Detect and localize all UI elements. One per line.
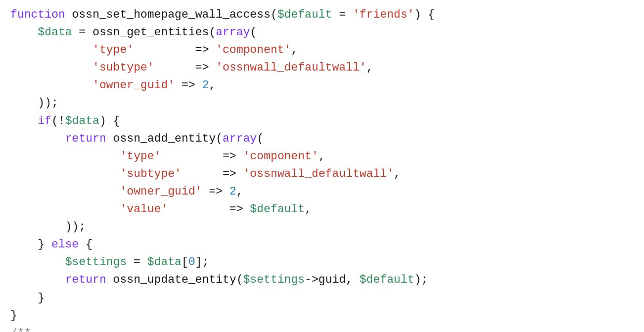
code-token: ,	[394, 165, 400, 183]
code-token: ,	[236, 183, 243, 201]
code-token: array	[216, 24, 250, 42]
code-token	[92, 201, 120, 218]
code-token: (	[209, 24, 216, 42]
code-token: if	[38, 113, 51, 130]
code-token: return	[65, 130, 113, 148]
code-token: 'owner_guid'	[120, 183, 202, 201]
code-token: 'friends'	[353, 6, 414, 24]
code-token: ];	[195, 254, 208, 271]
code-token	[10, 201, 92, 218]
code-token	[10, 289, 38, 307]
code-token: ,	[305, 201, 312, 218]
code-token: (	[250, 24, 257, 42]
code-token: ->guid,	[305, 271, 360, 289]
code-line-line9: 'type' => 'component',	[0, 148, 644, 165]
code-token: function	[10, 6, 72, 24]
code-token: =>	[161, 148, 243, 165]
code-line-line19: /**	[0, 325, 644, 332]
code-token: 'subtype'	[120, 165, 181, 183]
code-line-line4: 'subtype' => 'ossnwall_defaultwall',	[0, 59, 644, 77]
code-line-line8: return ossn_add_entity(array(	[0, 130, 644, 148]
code-token: 'type'	[120, 148, 161, 165]
code-line-line15: $settings = $data[0];	[0, 254, 644, 271]
code-token	[92, 183, 120, 201]
code-token: =>	[154, 59, 216, 77]
code-token: );	[414, 271, 428, 289]
code-line-line7: if(!$data) {	[0, 113, 644, 130]
code-token	[10, 94, 38, 112]
code-token: ) {	[414, 6, 435, 24]
code-token: (!	[51, 113, 65, 130]
code-line-line1: function ossn_set_homepage_wall_access($…	[0, 6, 644, 24]
code-token: =>	[202, 183, 230, 201]
code-token: ossn_get_entities	[92, 24, 208, 42]
code-token: ossn_update_entity	[113, 271, 236, 289]
code-token	[10, 183, 92, 201]
code-token	[92, 148, 120, 165]
code-line-line3: 'type' => 'component',	[0, 42, 644, 59]
code-token: $default	[277, 6, 332, 24]
code-token: =>	[168, 201, 250, 218]
code-token: ) {	[100, 113, 120, 130]
code-token	[10, 113, 38, 130]
code-line-line10: 'subtype' => 'ossnwall_defaultwall',	[0, 165, 644, 183]
code-token: (	[236, 271, 243, 289]
code-token: }	[38, 289, 45, 307]
code-token: $default	[359, 271, 414, 289]
code-token: 'value'	[120, 201, 167, 218]
code-line-line6: ));	[0, 94, 644, 112]
code-token: 2	[202, 77, 209, 94]
code-token	[10, 130, 65, 148]
code-token: 'ossnwall_defaultwall'	[216, 59, 366, 77]
code-token	[10, 236, 38, 254]
code-line-line2: $data = ossn_get_entities(array(	[0, 24, 644, 42]
code-token: /**	[10, 325, 31, 332]
code-line-line12: 'value' => $default,	[0, 201, 644, 218]
code-token: =>	[181, 165, 243, 183]
code-token: =	[332, 6, 353, 24]
code-line-line16: return ossn_update_entity($settings->gui…	[0, 271, 644, 289]
code-token: $data	[65, 113, 100, 130]
code-token: }	[38, 236, 51, 254]
code-line-line11: 'owner_guid' => 2,	[0, 183, 644, 201]
code-token: ,	[291, 42, 298, 59]
code-token: 0	[188, 254, 195, 271]
code-token	[10, 148, 92, 165]
code-token: ossn_add_entity	[113, 130, 216, 148]
code-token	[10, 254, 65, 271]
code-token: =	[127, 254, 147, 271]
code-token: $settings	[243, 271, 305, 289]
code-token: (	[271, 6, 277, 24]
code-line-line17: }	[0, 289, 644, 307]
code-editor: function ossn_set_homepage_wall_access($…	[0, 0, 644, 332]
code-token: array	[222, 130, 257, 148]
code-token: $settings	[65, 254, 127, 271]
code-line-line14: } else {	[0, 236, 644, 254]
code-token: return	[65, 271, 113, 289]
code-token: 'component'	[243, 148, 318, 165]
code-token: 'subtype'	[92, 59, 154, 77]
code-token	[10, 77, 92, 94]
code-line-line18: }	[0, 307, 644, 325]
code-token: 'component'	[216, 42, 291, 59]
code-token: [	[181, 254, 188, 271]
code-token: (	[216, 130, 222, 148]
code-line-line13: ));	[0, 218, 644, 236]
code-token: 'ossnwall_defaultwall'	[243, 165, 394, 183]
code-token: 'type'	[92, 42, 133, 59]
code-token: $default	[250, 201, 305, 218]
code-token: =>	[134, 42, 216, 59]
code-token: }	[10, 307, 17, 325]
code-token	[92, 165, 120, 183]
code-token	[10, 59, 92, 77]
code-token: ossn_set_homepage_wall_access	[72, 6, 271, 24]
code-token	[10, 271, 65, 289]
code-token: (	[257, 130, 263, 148]
code-token	[10, 165, 92, 183]
code-token	[10, 42, 92, 59]
code-token: ,	[209, 77, 216, 94]
code-block: function ossn_set_homepage_wall_access($…	[0, 6, 644, 332]
code-token: {	[79, 236, 92, 254]
code-token: ,	[367, 59, 373, 77]
code-line-line5: 'owner_guid' => 2,	[0, 77, 644, 94]
